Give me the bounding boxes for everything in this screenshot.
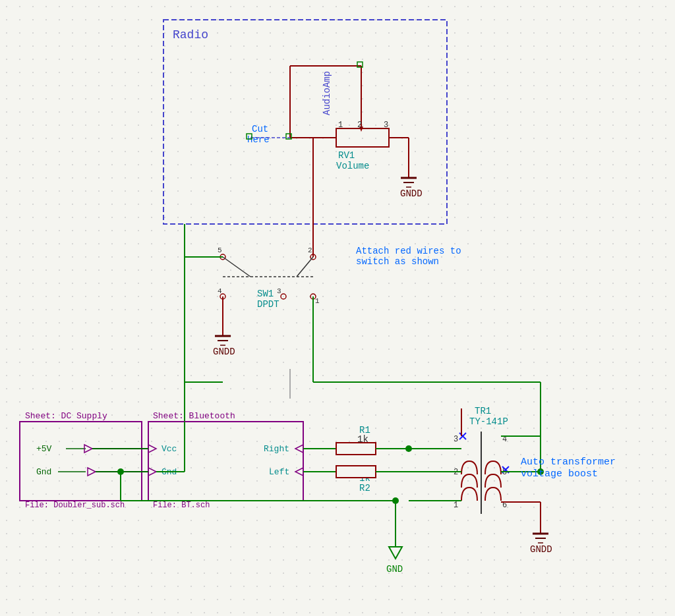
svg-rect-1 <box>0 0 675 616</box>
svg-text:Left: Left <box>269 467 289 477</box>
svg-text:GNDD: GNDD <box>213 347 235 357</box>
audioamp-label: AudioAmp <box>322 71 332 115</box>
svg-text:Sheet: DC Supply: Sheet: DC Supply <box>25 411 107 421</box>
svg-text:switch as shown: switch as shown <box>356 256 439 267</box>
svg-text:RV1: RV1 <box>338 150 355 161</box>
radio-label: Radio <box>173 28 208 42</box>
svg-text:1: 1 <box>315 297 320 305</box>
svg-text:R2: R2 <box>359 483 370 493</box>
svg-text:Sheet: Bluetooth: Sheet: Bluetooth <box>153 411 235 421</box>
svg-text:1: 1 <box>338 121 343 130</box>
svg-point-129 <box>392 497 399 504</box>
svg-text:2: 2 <box>357 121 362 130</box>
svg-text:Here: Here <box>247 134 270 145</box>
schematic-canvas: Radio AudioAmp 1 2 3 RV1 Volume GNDD Cut… <box>0 0 675 616</box>
svg-text:Attach red wires to: Attach red wires to <box>356 246 461 256</box>
svg-text:GND: GND <box>386 564 403 574</box>
svg-text:Auto transformer: Auto transformer <box>521 457 616 468</box>
svg-text:1: 1 <box>454 501 458 510</box>
svg-rect-89 <box>336 443 376 455</box>
svg-rect-95 <box>336 466 376 478</box>
svg-text:File: Doubler_sub.sch: File: Doubler_sub.sch <box>25 501 125 510</box>
schematic-svg: Radio AudioAmp 1 2 3 RV1 Volume GNDD Cut… <box>0 0 675 616</box>
svg-text:Gnd: Gnd <box>36 467 51 477</box>
svg-text:2: 2 <box>308 246 312 254</box>
svg-text:+5V: +5V <box>36 444 52 454</box>
svg-text:5: 5 <box>218 246 222 254</box>
svg-text:GNDD: GNDD <box>400 188 423 199</box>
svg-text:File: BT.sch: File: BT.sch <box>153 501 210 510</box>
svg-text:4: 4 <box>218 287 222 295</box>
svg-text:Right: Right <box>264 444 289 454</box>
svg-text:SW1: SW1 <box>257 289 274 299</box>
svg-text:TR1: TR1 <box>475 406 491 416</box>
svg-text:TY-141P: TY-141P <box>469 416 508 427</box>
svg-text:3: 3 <box>277 287 281 295</box>
svg-text:GNDD: GNDD <box>530 544 552 555</box>
svg-text:Vcc: Vcc <box>161 444 177 454</box>
svg-text:Volume: Volume <box>336 161 369 171</box>
svg-text:voltage boost: voltage boost <box>521 468 598 480</box>
svg-text:3: 3 <box>384 121 388 130</box>
svg-text:DPDT: DPDT <box>257 299 279 310</box>
svg-text:3: 3 <box>454 435 458 444</box>
svg-text:Cut: Cut <box>252 124 268 134</box>
